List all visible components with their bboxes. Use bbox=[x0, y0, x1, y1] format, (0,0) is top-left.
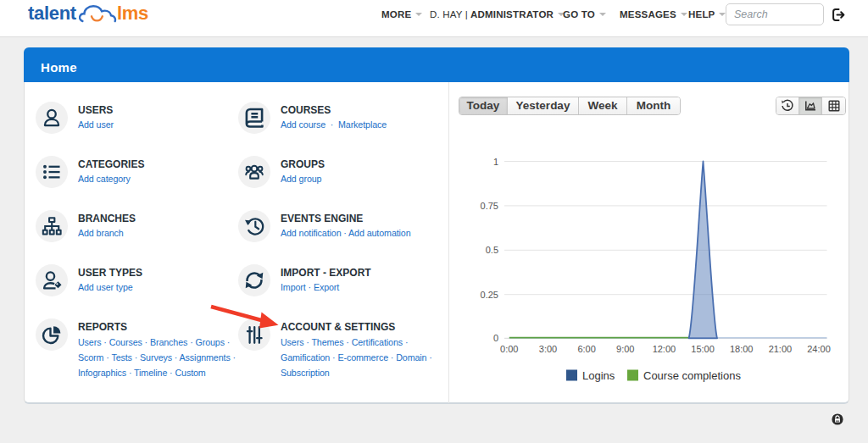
svg-text:9:00: 9:00 bbox=[616, 344, 634, 354]
svg-text:24:00: 24:00 bbox=[807, 344, 831, 354]
svg-text:0.75: 0.75 bbox=[481, 201, 498, 211]
svg-text:18:00: 18:00 bbox=[730, 344, 754, 354]
svg-text:0.5: 0.5 bbox=[486, 245, 498, 255]
svg-text:0.25: 0.25 bbox=[481, 290, 498, 300]
svg-text:6:00: 6:00 bbox=[577, 344, 595, 354]
svg-text:21:00: 21:00 bbox=[769, 344, 793, 354]
svg-text:1: 1 bbox=[493, 157, 498, 167]
svg-text:Course completions: Course completions bbox=[643, 369, 741, 382]
svg-text:15:00: 15:00 bbox=[691, 344, 715, 354]
svg-text:0: 0 bbox=[493, 333, 498, 343]
svg-text:12:00: 12:00 bbox=[653, 344, 676, 354]
svg-text:0:00: 0:00 bbox=[500, 344, 518, 354]
svg-text:Logins: Logins bbox=[582, 369, 615, 382]
svg-text:3:00: 3:00 bbox=[539, 344, 557, 354]
